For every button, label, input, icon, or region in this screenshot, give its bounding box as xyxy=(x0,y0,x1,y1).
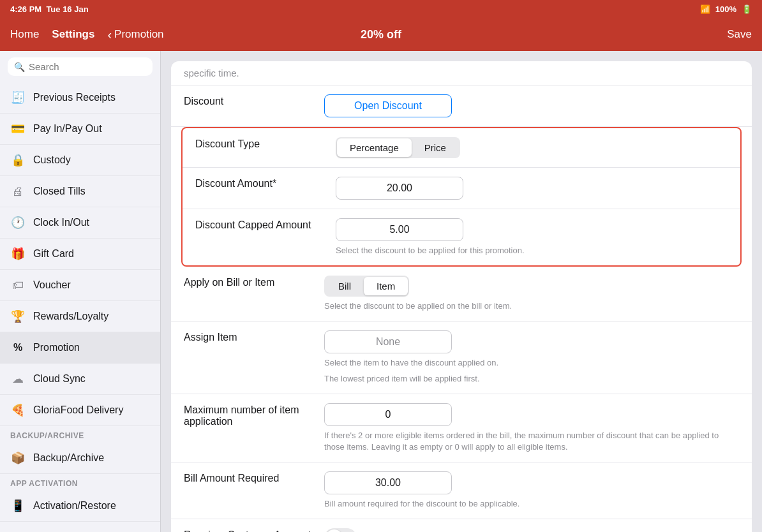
sidebar: 🔍 🧾 Previous Receipts 💳 Pay In/Pay Out 🔒… xyxy=(0,51,161,532)
sidebar-item-rewards[interactable]: 🏆 Rewards/Loyalty xyxy=(0,301,160,332)
max-item-content: If there's 2 or more eligible items orde… xyxy=(324,403,739,453)
status-time: 4:26 PM Tue 16 Jan xyxy=(10,4,89,14)
open-discount-button[interactable]: Open Discount xyxy=(324,94,452,117)
status-right: 📶 100% 🔋 xyxy=(700,4,752,14)
battery-label: 100% xyxy=(715,4,736,14)
receipts-icon: 🧾 xyxy=(10,90,26,105)
max-item-input[interactable] xyxy=(324,403,452,426)
backup-icon: 📦 xyxy=(10,450,26,466)
clock-icon: 🕐 xyxy=(10,215,26,230)
discount-amount-input[interactable] xyxy=(336,177,463,200)
back-button[interactable]: ‹ Promotion xyxy=(107,27,163,42)
home-button[interactable]: Home xyxy=(10,28,39,41)
discount-type-row: Discount Type Percentage Price xyxy=(183,128,740,168)
requires-customer-toggle[interactable] xyxy=(324,528,357,532)
sidebar-item-backup[interactable]: 📦 Backup/Archive xyxy=(0,443,160,474)
discount-capped-row: Discount Capped Amount Select the discou… xyxy=(183,209,740,265)
delivery-icon: 🍕 xyxy=(10,403,26,418)
rewards-icon: 🏆 xyxy=(10,309,26,324)
discount-highlight-section: Discount Type Percentage Price Discount … xyxy=(181,127,742,267)
sidebar-item-label: Cloud Sync xyxy=(33,373,86,385)
requires-customer-content: Requires customer to be assigned to the … xyxy=(324,528,739,532)
sidebar-item-label: Previous Receipts xyxy=(33,92,116,103)
cloud-icon: ☁ xyxy=(10,371,26,387)
apply-on-content: Bill Item Select the discount to be appl… xyxy=(324,276,739,312)
sidebar-item-activation[interactable]: 📱 Activation/Restore xyxy=(0,491,160,522)
segment-percentage[interactable]: Percentage xyxy=(337,138,412,157)
segment-item[interactable]: Item xyxy=(364,277,408,295)
bill-amount-label: Bill Amount Required xyxy=(184,471,324,484)
wifi-icon: 📶 xyxy=(700,4,710,14)
activation-section-header: APP ACTIVATION xyxy=(0,474,160,491)
max-item-row: Maximum number of item application If th… xyxy=(171,394,752,462)
nav-bar: Home Settings ‹ Promotion 20% off Save xyxy=(0,18,762,51)
search-input[interactable] xyxy=(29,61,150,72)
discount-type-content: Percentage Price xyxy=(336,137,728,158)
discount-label: Discount xyxy=(184,94,324,107)
page-title: 20% off xyxy=(361,28,401,41)
status-bar: 4:26 PM Tue 16 Jan 📶 100% 🔋 xyxy=(0,0,762,18)
bill-amount-content: Bill amount required for the discount to… xyxy=(324,471,739,510)
segment-bill[interactable]: Bill xyxy=(325,277,364,295)
save-button[interactable]: Save xyxy=(727,28,752,40)
sidebar-item-label: Rewards/Loyalty xyxy=(33,311,108,322)
assign-item-label: Assign Item xyxy=(184,330,324,343)
sidebar-item-label: Custody xyxy=(33,154,71,166)
discount-capped-content: Select the discount to be applied for th… xyxy=(336,218,728,256)
discount-content: Open Discount xyxy=(324,94,739,117)
sidebar-item-gloria-food[interactable]: 🍕 GloriaFood Delivery xyxy=(0,395,160,426)
apply-on-hint: Select the discount to be applied on the… xyxy=(324,300,739,312)
assign-item-content: None Select the item to have the discoun… xyxy=(324,330,739,384)
battery-icon: 🔋 xyxy=(742,4,752,14)
discount-type-label: Discount Type xyxy=(195,137,336,150)
till-icon: 🖨 xyxy=(10,184,26,199)
content-card: specific time. Discount Open Discount Di… xyxy=(171,61,752,532)
sidebar-item-pay-in-out[interactable]: 💳 Pay In/Pay Out xyxy=(0,114,160,145)
sidebar-item-previous-receipts[interactable]: 🧾 Previous Receipts xyxy=(0,82,160,114)
back-chevron-icon: ‹ xyxy=(107,27,112,42)
settings-label: Settings xyxy=(52,28,94,41)
sidebar-item-label: Pay In/Pay Out xyxy=(33,123,102,135)
requires-customer-row: Requires Customer Account Requires custo… xyxy=(171,519,752,532)
max-item-label: Maximum number of item application xyxy=(184,403,324,427)
bill-amount-row: Bill Amount Required Bill amount require… xyxy=(171,462,752,519)
sidebar-item-label: Closed Tills xyxy=(33,186,86,197)
sidebar-item-promotion[interactable]: % Promotion xyxy=(0,332,160,364)
discount-capped-input[interactable] xyxy=(336,218,463,241)
gift-icon: 🎁 xyxy=(10,246,26,262)
discount-amount-content xyxy=(336,177,728,200)
voucher-icon: 🏷 xyxy=(10,277,26,293)
assign-item-hint1: Select the item to have the discount app… xyxy=(324,357,739,369)
sidebar-item-gift-card[interactable]: 🎁 Gift Card xyxy=(0,239,160,270)
partial-top-text: specific time. xyxy=(171,61,752,85)
sidebar-item-clock-in-out[interactable]: 🕐 Clock In/Out xyxy=(0,207,160,239)
discount-amount-row: Discount Amount* xyxy=(183,168,740,209)
max-item-hint: If there's 2 or more eligible items orde… xyxy=(324,430,739,453)
sidebar-item-label: Voucher xyxy=(33,279,71,291)
requires-customer-label: Requires Customer Account xyxy=(184,528,324,532)
sidebar-item-cloud-sync[interactable]: ☁ Cloud Sync xyxy=(0,364,160,395)
apply-on-row: Apply on Bill or Item Bill Item Select t… xyxy=(171,267,752,321)
toggle-knob xyxy=(325,529,343,532)
sidebar-item-closed-tills[interactable]: 🖨 Closed Tills xyxy=(0,176,160,207)
pay-icon: 💳 xyxy=(10,121,26,137)
sidebar-item-voucher[interactable]: 🏷 Voucher xyxy=(0,270,160,301)
apply-on-segmented: Bill Item xyxy=(324,276,409,297)
discount-type-segmented: Percentage Price xyxy=(336,137,460,158)
sidebar-item-label: GloriaFood Delivery xyxy=(33,404,123,416)
discount-row: Discount Open Discount xyxy=(171,85,752,127)
search-box[interactable]: 🔍 xyxy=(8,57,153,76)
sidebar-item-custody[interactable]: 🔒 Custody xyxy=(0,145,160,176)
sidebar-item-label: Activation/Restore xyxy=(33,500,116,512)
activation-icon: 📱 xyxy=(10,498,26,514)
sidebar-item-label: Backup/Archive xyxy=(33,452,104,464)
assign-item-row: Assign Item None Select the item to have… xyxy=(171,321,752,394)
bill-amount-input[interactable] xyxy=(324,471,452,494)
segment-price[interactable]: Price xyxy=(412,138,459,157)
assign-item-select[interactable]: None xyxy=(324,330,452,353)
discount-hint: Select the discount to be applied for th… xyxy=(336,245,728,256)
discount-amount-label: Discount Amount* xyxy=(195,177,336,189)
discount-capped-label: Discount Capped Amount xyxy=(195,218,336,231)
content-scroll: specific time. Discount Open Discount Di… xyxy=(161,51,762,532)
bill-amount-hint: Bill amount required for the discount to… xyxy=(324,498,739,510)
